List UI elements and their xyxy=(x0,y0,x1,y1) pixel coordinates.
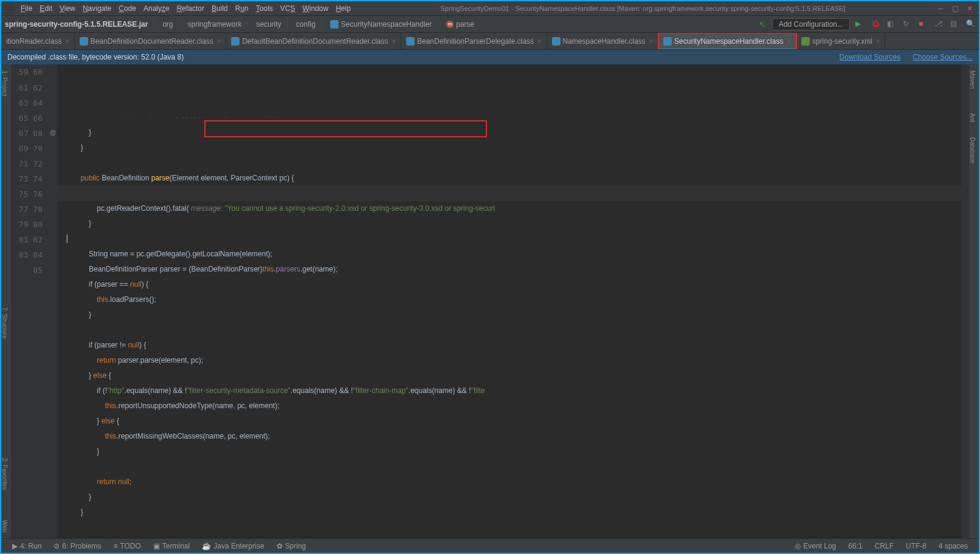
event-log[interactable]: ◎ Event Log xyxy=(788,542,842,550)
tool-spring[interactable]: ✿ Spring xyxy=(271,542,312,550)
menu-tools[interactable]: Tools xyxy=(252,4,277,13)
code-line: } xyxy=(64,508,83,516)
class-icon xyxy=(406,37,415,46)
close-icon[interactable]: × xyxy=(65,38,69,45)
database-tool-button[interactable]: Database xyxy=(969,137,976,163)
breadcrumb[interactable]: spring-security-config-5.1.5.RELEASE.jar… xyxy=(1,19,478,29)
method-icon: m xyxy=(446,21,454,28)
run-configuration[interactable]: Add Configuration... xyxy=(772,18,850,30)
web-tool-button[interactable]: Web xyxy=(1,520,8,532)
cursor-position[interactable]: 66:1 xyxy=(842,542,868,550)
project-tool-button[interactable]: 1: Project xyxy=(1,70,8,96)
structure-icon[interactable]: ▤ xyxy=(950,19,960,29)
crumb-security[interactable]: security xyxy=(256,20,281,29)
right-toolwindow-strip[interactable]: Maven Ant Database xyxy=(969,64,979,538)
left-toolwindow-strip[interactable]: 1: Project 7: Structure 2: Favorites Web xyxy=(1,64,11,538)
menu-window[interactable]: Window xyxy=(298,4,332,13)
window-title: SpringSecurityDemo01 - SecurityNamespace… xyxy=(354,5,931,12)
crumb-config[interactable]: config xyxy=(296,20,316,29)
debug-icon[interactable]: 🐞 xyxy=(871,19,881,29)
class-icon xyxy=(80,37,88,46)
crumb-class[interactable]: SecurityNamespaceHandler xyxy=(341,20,432,29)
line-separator[interactable]: CRLF xyxy=(869,542,900,550)
menu-help[interactable]: Help xyxy=(332,4,354,13)
tool-terminal[interactable]: ▣ Terminal xyxy=(147,542,196,550)
code-line: return null; xyxy=(64,477,131,486)
menu-build[interactable]: Build xyxy=(208,4,232,13)
tab-springsecurityxml[interactable]: spring-security.xml× xyxy=(796,33,886,50)
scrollbar-vertical[interactable] xyxy=(962,64,969,538)
tab-beandefparserdelegate[interactable]: BeanDefinitionParserDelegate.class× xyxy=(401,33,547,50)
menu-analyze[interactable]: Analyze xyxy=(140,4,173,13)
class-icon xyxy=(663,37,672,46)
close-icon[interactable]: × xyxy=(787,38,790,45)
close-icon[interactable]: × xyxy=(649,38,653,45)
app-icon xyxy=(4,3,15,14)
vcs-icon[interactable]: ⎇ xyxy=(934,19,944,29)
crumb-jar[interactable]: spring-security-config-5.1.5.RELEASE.jar xyxy=(5,20,148,29)
menu-view[interactable]: View xyxy=(56,4,79,13)
code-line: } xyxy=(64,310,91,319)
navigation-toolbar: spring-security-config-5.1.5.RELEASE.jar… xyxy=(1,16,979,33)
menu-edit[interactable]: Edit xyxy=(36,4,56,13)
favorites-tool-button[interactable]: 2: Favorites xyxy=(1,458,8,490)
class-icon xyxy=(330,20,339,29)
close-button[interactable]: ✕ xyxy=(965,4,974,13)
code-line: } xyxy=(64,447,99,456)
annotation-red-box xyxy=(204,120,487,137)
code-line: if (!"http".equals(name) && !"filter-sec… xyxy=(64,386,485,395)
maximize-button[interactable]: ▢ xyxy=(951,4,959,13)
xml-icon xyxy=(801,37,810,46)
menu-run[interactable]: Run xyxy=(232,4,252,13)
tab-namespacehandler[interactable]: NamespaceHandler.class× xyxy=(547,33,659,50)
tab-securitynamespacehandler[interactable]: SecurityNamespaceHandler.class× xyxy=(658,33,796,50)
indent-setting[interactable]: 4 spaces xyxy=(933,542,974,550)
code-editor[interactable]: · · · · · · · · · · · · · } } public Bea… xyxy=(57,64,969,538)
crumb-org[interactable]: org xyxy=(162,20,173,29)
code-line: if (parser != null) { xyxy=(64,341,146,349)
build-icon[interactable]: ↖ xyxy=(759,19,766,29)
menu-file[interactable]: File xyxy=(17,4,36,13)
structure-tool-button[interactable]: 7: Structure xyxy=(1,307,8,339)
close-icon[interactable]: × xyxy=(392,38,396,45)
code-line: this.reportMissingWebClasses(name, pc, e… xyxy=(64,432,270,440)
tool-todo[interactable]: ≡ TODO xyxy=(107,542,147,550)
stop-icon[interactable]: ■ xyxy=(919,19,928,29)
gutter[interactable]: 59 60 61 62 63 64 65 66 67 68 69 70 71 7… xyxy=(11,64,57,538)
annotation-icon[interactable]: @ xyxy=(50,125,56,140)
tool-problems[interactable]: ⊘ 6: Problems xyxy=(47,542,107,550)
decompiled-banner: Decompiled .class file, bytecode version… xyxy=(1,50,979,64)
file-encoding[interactable]: UTF-8 xyxy=(900,542,933,550)
code-line: BeanDefinitionParser parser = (BeanDefin… xyxy=(64,265,337,273)
editor-area: 59 60 61 62 63 64 65 66 67 68 69 70 71 7… xyxy=(11,64,969,538)
tab-beandefdocreader[interactable]: BeanDefinitionDocumentReader.class× xyxy=(75,33,227,50)
close-icon[interactable]: × xyxy=(217,38,221,45)
menu-refactor[interactable]: Refactor xyxy=(173,4,208,13)
close-icon[interactable]: × xyxy=(876,38,880,45)
tool-run[interactable]: ▶ 4: Run xyxy=(6,542,47,550)
download-sources-link[interactable]: Download Sources xyxy=(840,53,901,61)
run-icon[interactable]: ▶ xyxy=(855,19,865,29)
code-line: String name = pc.getDelegate().getLocalN… xyxy=(64,250,272,258)
coverage-icon[interactable]: ◧ xyxy=(887,19,897,29)
tab-itionreader[interactable]: itionReader.class× xyxy=(1,33,75,50)
code-line: } else { xyxy=(64,417,119,425)
code-line: pc.getReaderContext().fatal( message: "Y… xyxy=(64,204,495,213)
profile-icon[interactable]: ↻ xyxy=(903,19,913,29)
minimize-button[interactable]: ─ xyxy=(936,4,945,13)
menu-vcs[interactable]: VCS xyxy=(277,4,299,13)
code-line: this.reportUnsupportedNodeType(name, pc,… xyxy=(64,402,280,410)
crumb-method[interactable]: parse xyxy=(456,20,474,29)
menu-code[interactable]: Code xyxy=(115,4,140,13)
maven-tool-button[interactable]: Maven xyxy=(969,70,976,89)
tab-defaultbeandefdocreader[interactable]: DefaultBeanDefinitionDocumentReader.clas… xyxy=(226,33,401,50)
code-line: } else { xyxy=(64,371,111,380)
menu-navigate[interactable]: Navigate xyxy=(79,4,115,13)
ant-tool-button[interactable]: Ant xyxy=(969,113,976,122)
code-line: return parser.parse(element, pc); xyxy=(64,356,203,364)
choose-sources-link[interactable]: Choose Sources... xyxy=(913,53,973,61)
tool-javaee[interactable]: ☕ Java Enterprise xyxy=(196,542,270,550)
search-icon[interactable]: 🔍 xyxy=(966,19,976,29)
close-icon[interactable]: × xyxy=(537,38,541,45)
crumb-springframework[interactable]: springframework xyxy=(188,20,242,29)
